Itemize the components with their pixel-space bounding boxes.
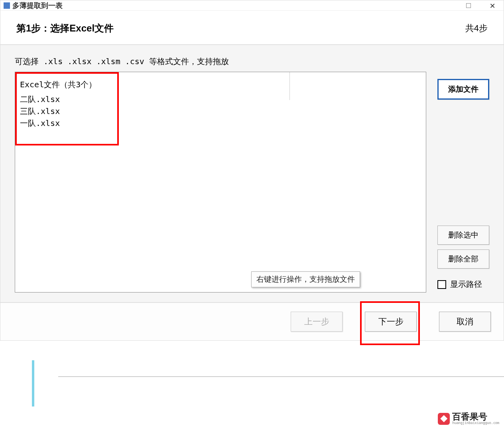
watermark-icon	[438, 413, 450, 425]
add-file-button[interactable]: 添加文件	[437, 79, 489, 100]
wizard-footer: 上一步 下一步 取消	[0, 302, 504, 340]
wizard-window: 多薄提取到一表 ✕ 第1步：选择Excel文件 共4步 可选择 .xls .xl…	[0, 0, 504, 341]
decorative-bar	[32, 360, 34, 406]
file-list-header: Excel文件（共3个）	[20, 79, 421, 90]
step-count: 共4步	[465, 22, 488, 34]
minimize-icon	[466, 3, 471, 8]
wizard-header: 第1步：选择Excel文件 共4步	[0, 11, 504, 45]
side-lower-buttons: 删除选中 删除全部 显示路径	[437, 226, 489, 290]
watermark: 百香果号 huangjinbaixiangguo.com	[438, 412, 499, 425]
list-item[interactable]: 三队.xlsx	[20, 105, 421, 117]
prev-button: 上一步	[291, 312, 343, 332]
window-title: 多薄提取到一表	[12, 1, 63, 10]
app-icon	[4, 2, 10, 9]
wizard-content: 可选择 .xls .xlsx .xlsm .csv 等格式文件，支持拖放 Exc…	[0, 45, 504, 302]
watermark-main: 百香果号	[452, 412, 499, 421]
titlebar: 多薄提取到一表 ✕	[0, 0, 504, 11]
minimize-button[interactable]	[461, 1, 476, 10]
watermark-text: 百香果号 huangjinbaixiangguo.com	[452, 412, 499, 425]
close-button[interactable]: ✕	[484, 1, 500, 10]
drag-hint-tooltip: 右键进行操作，支持拖放文件	[251, 271, 360, 287]
next-button[interactable]: 下一步	[365, 312, 417, 332]
titlebar-left: 多薄提取到一表	[4, 1, 63, 10]
titlebar-controls: ✕	[461, 1, 500, 10]
list-item[interactable]: 二队.xlsx	[20, 93, 421, 105]
delete-all-button[interactable]: 删除全部	[437, 249, 489, 269]
file-list-panel[interactable]: Excel文件（共3个） 二队.xlsx 三队.xlsx 一队.xlsx 右键进…	[15, 72, 426, 293]
next-button-wrap: 下一步	[365, 312, 417, 332]
list-item[interactable]: 一队.xlsx	[20, 117, 421, 129]
side-buttons: 添加文件 删除选中 删除全部 显示路径	[437, 72, 489, 290]
decorative-line	[58, 376, 504, 377]
main-row: Excel文件（共3个） 二队.xlsx 三队.xlsx 一队.xlsx 右键进…	[15, 72, 489, 293]
close-icon: ✕	[490, 0, 495, 10]
file-list-inner: Excel文件（共3个） 二队.xlsx 三队.xlsx 一队.xlsx	[15, 72, 426, 133]
watermark-sub: huangjinbaixiangguo.com	[452, 421, 499, 425]
background-area	[0, 359, 504, 431]
show-path-row[interactable]: 显示路径	[437, 279, 489, 290]
format-hint: 可选择 .xls .xlsx .xlsm .csv 等格式文件，支持拖放	[15, 56, 489, 67]
delete-selected-button[interactable]: 删除选中	[437, 226, 489, 245]
cancel-button[interactable]: 取消	[439, 312, 491, 332]
show-path-label: 显示路径	[450, 279, 482, 290]
show-path-checkbox[interactable]	[437, 280, 446, 289]
step-title: 第1步：选择Excel文件	[16, 22, 114, 35]
